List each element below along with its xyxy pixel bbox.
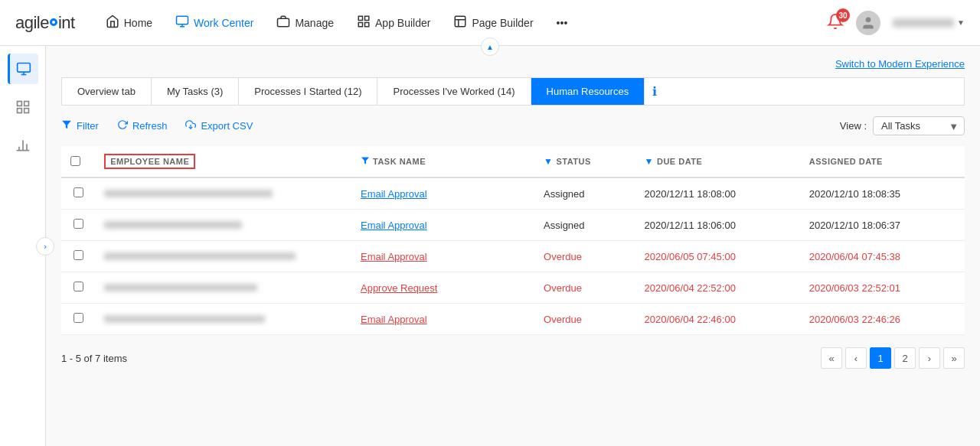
svg-rect-8 bbox=[456, 16, 466, 27]
table-header-row: EMPLOYEE NAME TASK NAME bbox=[61, 146, 965, 177]
row-checkbox[interactable] bbox=[74, 282, 83, 291]
nav-home[interactable]: Home bbox=[106, 15, 152, 31]
svg-rect-3 bbox=[278, 18, 289, 27]
task-table: EMPLOYEE NAME TASK NAME bbox=[61, 146, 965, 335]
briefcase-icon bbox=[276, 15, 290, 31]
nav-manage[interactable]: Manage bbox=[276, 15, 334, 31]
task-name-link[interactable]: Email Approval bbox=[361, 188, 427, 200]
notification-badge: 30 bbox=[836, 8, 850, 22]
status-value: Assigned bbox=[544, 220, 584, 231]
svg-rect-15 bbox=[17, 102, 21, 106]
tab-my-tasks[interactable]: My Tasks (3) bbox=[152, 78, 239, 105]
main-layout: › Switch to Modern Experience Overview t… bbox=[0, 46, 980, 446]
select-all-checkbox[interactable] bbox=[70, 156, 80, 166]
tab-human-resources[interactable]: Human Resources bbox=[531, 78, 645, 105]
svg-marker-25 bbox=[361, 157, 369, 164]
logo-text-2: int bbox=[58, 13, 75, 33]
toolbar: Filter Refresh bbox=[61, 116, 965, 135]
task-name-link[interactable]: Email Approval bbox=[361, 314, 427, 325]
status-header: STATUS bbox=[556, 157, 590, 166]
due-date-value: 2020/06/04 22:46:00 bbox=[645, 314, 736, 325]
nav-more[interactable]: ••• bbox=[557, 17, 568, 29]
monitor-icon bbox=[175, 15, 189, 31]
page-prev-btn[interactable]: ‹ bbox=[845, 347, 867, 369]
tab-processes-worked[interactable]: Processes I've Worked (14) bbox=[377, 78, 531, 105]
nav-app-builder-label: App Builder bbox=[375, 17, 430, 29]
assigned-date-value: 2020/06/04 07:45:38 bbox=[809, 251, 900, 262]
table-row: Email ApprovalAssigned2020/12/11 18:06:0… bbox=[61, 210, 965, 241]
svg-rect-7 bbox=[358, 23, 362, 27]
row-checkbox[interactable] bbox=[74, 250, 83, 260]
switch-modern-link[interactable]: Switch to Modern Experience bbox=[61, 58, 965, 70]
task-name-link[interactable]: Approve Request bbox=[361, 282, 437, 294]
filter-label: Filter bbox=[77, 120, 99, 132]
export-csv-button[interactable]: Export CSV bbox=[185, 119, 253, 132]
assigned-date-value: 2020/06/03 22:46:26 bbox=[809, 314, 900, 325]
employee-name-header: EMPLOYEE NAME bbox=[104, 154, 195, 169]
chart-icon bbox=[15, 138, 31, 153]
content-area: Switch to Modern Experience Overview tab… bbox=[46, 46, 980, 446]
svg-point-11 bbox=[866, 17, 871, 22]
svg-rect-6 bbox=[365, 23, 369, 27]
pagination-row: 1 - 5 of 7 items « ‹ 1 2 › » bbox=[61, 347, 965, 369]
svg-rect-16 bbox=[24, 102, 28, 106]
row-checkbox[interactable] bbox=[74, 219, 83, 229]
task-name-link[interactable]: Email Approval bbox=[361, 220, 427, 231]
employee-name-blur bbox=[104, 252, 296, 260]
logo: agile int bbox=[15, 13, 75, 33]
avatar bbox=[856, 11, 880, 35]
row-checkbox[interactable] bbox=[74, 313, 83, 323]
page-1-btn[interactable]: 1 bbox=[870, 347, 891, 369]
user-name-area[interactable]: ▼ bbox=[893, 18, 965, 28]
table-row: Email ApprovalAssigned2020/12/11 18:08:0… bbox=[61, 177, 965, 210]
nav-page-builder[interactable]: Page Builder bbox=[453, 15, 533, 31]
view-select[interactable]: All Tasks bbox=[873, 116, 965, 135]
due-date-value: 2020/06/05 07:45:00 bbox=[645, 251, 736, 262]
nav-home-label: Home bbox=[124, 17, 152, 29]
svg-rect-12 bbox=[18, 63, 31, 73]
tab-info-icon[interactable]: ℹ bbox=[645, 78, 665, 105]
sidebar-item-grid[interactable] bbox=[8, 92, 38, 122]
svg-rect-0 bbox=[177, 16, 188, 24]
due-date-value: 2020/06/04 22:52:00 bbox=[645, 282, 736, 294]
employee-name-blur bbox=[104, 221, 242, 229]
nav-app-builder[interactable]: App Builder bbox=[357, 15, 430, 31]
nav-page-builder-label: Page Builder bbox=[472, 17, 533, 29]
nav-work-center[interactable]: Work Center bbox=[175, 15, 253, 31]
page-next-btn[interactable]: › bbox=[919, 347, 940, 369]
logo-text: agile bbox=[15, 13, 49, 33]
nav-work-center-label: Work Center bbox=[194, 17, 253, 29]
svg-rect-18 bbox=[17, 109, 21, 113]
table-row: Email ApprovalOverdue2020/06/04 22:46:00… bbox=[61, 304, 965, 335]
notification-bell[interactable]: 30 bbox=[827, 13, 844, 32]
page-2-btn[interactable]: 2 bbox=[894, 347, 916, 369]
task-name-link[interactable]: Email Approval bbox=[361, 251, 427, 262]
due-date-header: DUE DATE bbox=[657, 157, 702, 166]
employee-name-blur bbox=[104, 315, 265, 323]
sidebar-expand-btn[interactable]: › bbox=[36, 237, 54, 256]
refresh-icon bbox=[117, 119, 128, 132]
grid-icon bbox=[357, 15, 371, 31]
page-first-btn[interactable]: « bbox=[821, 347, 842, 369]
filter-button[interactable]: Filter bbox=[61, 119, 99, 132]
tabs-bar: Overview tab My Tasks (3) Processes I St… bbox=[61, 77, 965, 106]
chevron-down-icon: ▼ bbox=[957, 18, 965, 27]
assigned-date-header: ASSIGNED DATE bbox=[809, 157, 883, 166]
grid-sidebar-icon bbox=[15, 99, 31, 115]
tab-overview[interactable]: Overview tab bbox=[62, 78, 152, 105]
sidebar-item-screen[interactable] bbox=[8, 54, 38, 84]
employee-name-blur bbox=[104, 190, 273, 197]
th-assigned: ASSIGNED DATE bbox=[800, 146, 965, 177]
svg-rect-5 bbox=[365, 16, 369, 20]
more-icon: ••• bbox=[557, 17, 568, 29]
tab-processes-started[interactable]: Processes I Started (12) bbox=[239, 78, 377, 105]
collapse-arrow[interactable]: ▲ bbox=[481, 37, 499, 56]
refresh-button[interactable]: Refresh bbox=[117, 119, 168, 132]
th-due: ▼ DUE DATE bbox=[635, 146, 800, 177]
th-checkbox bbox=[61, 146, 95, 177]
page-last-btn[interactable]: » bbox=[943, 347, 965, 369]
row-checkbox[interactable] bbox=[74, 187, 83, 197]
sidebar-item-chart[interactable] bbox=[8, 130, 38, 161]
assigned-date-value: 2020/06/03 22:52:01 bbox=[809, 282, 900, 294]
refresh-label: Refresh bbox=[132, 120, 168, 132]
